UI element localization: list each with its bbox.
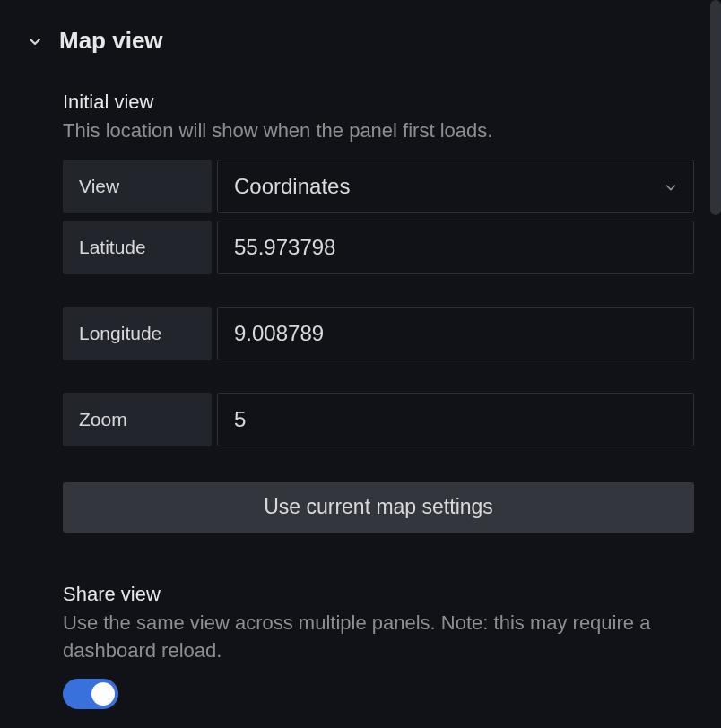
use-current-map-settings-button[interactable]: Use current map settings xyxy=(63,482,694,533)
share-view-description: Use the same view across multiple panels… xyxy=(63,610,694,665)
longitude-label: Longitude xyxy=(63,307,212,360)
zoom-label: Zoom xyxy=(63,393,212,446)
view-label: View xyxy=(63,160,212,213)
latitude-label: Latitude xyxy=(63,221,212,274)
latitude-input[interactable] xyxy=(217,221,694,274)
scrollbar[interactable] xyxy=(710,0,721,215)
chevron-down-icon xyxy=(665,174,677,199)
view-select-value: Coordinates xyxy=(234,174,350,199)
section-header[interactable]: Map view xyxy=(0,0,721,73)
map-view-panel: Map view Initial view This location will… xyxy=(0,0,721,709)
longitude-input[interactable] xyxy=(217,307,694,360)
toggle-knob xyxy=(91,682,115,706)
share-view-toggle[interactable] xyxy=(63,679,118,709)
section-title: Map view xyxy=(59,27,163,55)
initial-view-title: Initial view xyxy=(63,91,694,114)
initial-view-description: This location will show when the panel f… xyxy=(63,117,694,145)
zoom-input[interactable] xyxy=(217,393,694,446)
share-view-title: Share view xyxy=(63,583,694,606)
chevron-down-icon xyxy=(27,33,43,49)
view-select[interactable]: Coordinates xyxy=(217,160,694,213)
